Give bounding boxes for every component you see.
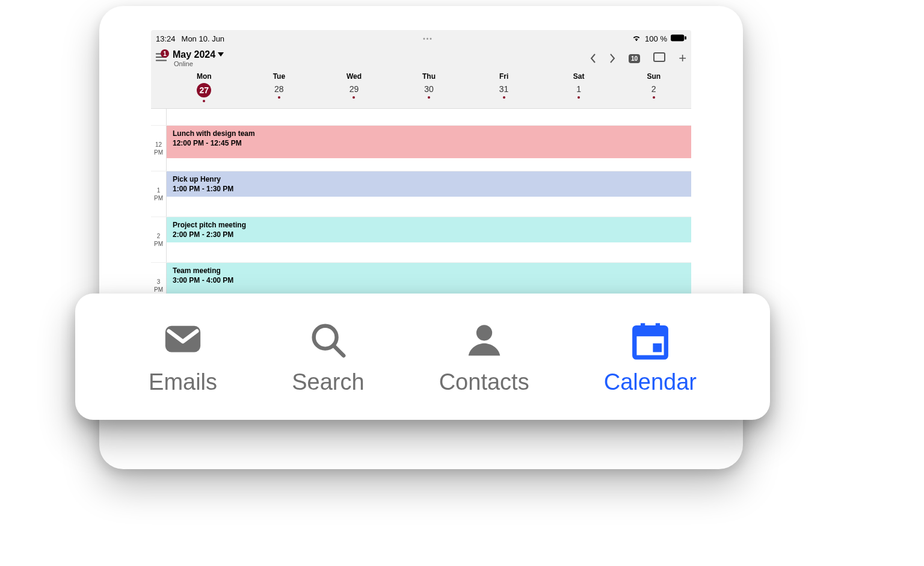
svg-line-5: [334, 346, 344, 355]
tab-label: Search: [292, 369, 364, 395]
tab-emails[interactable]: Emails: [149, 319, 217, 395]
week-day-header: Mon 27 Tue 28 Wed 29 Thu 30 Fri 31 Sat 1: [151, 69, 691, 109]
day-column-mon[interactable]: Mon 27: [167, 69, 242, 108]
hour-label-1pm: 1PM: [151, 171, 167, 217]
calendar-icon: [629, 319, 671, 361]
event-lunch-design-team[interactable]: Lunch with design team 12:00 PM - 12:45 …: [167, 126, 691, 158]
svg-rect-2: [654, 53, 665, 61]
add-event-button[interactable]: +: [679, 52, 686, 65]
svg-rect-0: [671, 34, 684, 41]
day-column-wed[interactable]: Wed 29: [316, 69, 392, 108]
tab-label: Calendar: [604, 369, 697, 395]
svg-point-6: [476, 325, 492, 340]
email-icon: [162, 319, 204, 361]
prev-week-button[interactable]: [590, 54, 596, 63]
battery-icon: [671, 34, 686, 43]
day-column-sat[interactable]: Sat 1: [541, 69, 617, 108]
tab-contacts[interactable]: Contacts: [439, 319, 529, 395]
menu-badge: 1: [161, 49, 169, 58]
tab-search[interactable]: Search: [292, 319, 364, 395]
next-week-button[interactable]: [609, 54, 615, 63]
month-selector[interactable]: May 2024: [173, 49, 224, 60]
svg-rect-1: [685, 36, 686, 40]
battery-percent: 100 %: [645, 34, 667, 43]
tab-calendar[interactable]: Calendar: [604, 319, 697, 395]
wifi-icon: [632, 34, 641, 43]
view-toggle-button[interactable]: [653, 52, 665, 64]
month-label: May 2024: [173, 49, 215, 60]
search-icon: [307, 319, 349, 361]
day-column-tue[interactable]: Tue 28: [242, 69, 317, 108]
status-time: 13:24: [156, 34, 176, 43]
bottom-tab-bar: Emails Search Contacts Calendar: [75, 294, 770, 420]
day-column-fri[interactable]: Fri 31: [466, 69, 541, 108]
svg-rect-3: [165, 325, 200, 352]
svg-rect-9: [641, 323, 645, 330]
day-column-sun[interactable]: Sun 2: [616, 69, 691, 108]
contacts-icon: [463, 319, 505, 361]
hour-label-12pm: 12PM: [151, 126, 167, 171]
hour-label-2pm: 2PM: [151, 217, 167, 262]
tab-label: Contacts: [439, 369, 529, 395]
event-project-pitch[interactable]: Project pitch meeting 2:00 PM - 2:30 PM: [167, 217, 691, 242]
menu-button[interactable]: 1: [153, 49, 169, 65]
status-date: Mon 10. Jun: [182, 34, 225, 43]
day-column-thu[interactable]: Thu 30: [392, 69, 467, 108]
event-pick-up-henry[interactable]: Pick up Henry 1:00 PM - 1:30 PM: [167, 171, 691, 197]
online-status: Online: [174, 60, 224, 67]
multitask-dots-icon[interactable]: •••: [423, 35, 433, 42]
calendar-header: 1 May 2024 Online 10 +: [151, 47, 691, 69]
svg-rect-10: [656, 323, 660, 330]
tab-label: Emails: [149, 369, 217, 395]
calendar-grid[interactable]: 12PM Lunch with design team 12:00 PM - 1…: [151, 109, 691, 309]
today-badge[interactable]: 10: [629, 54, 640, 63]
status-bar: 13:24 Mon 10. Jun ••• 100 %: [151, 30, 691, 47]
chevron-down-icon: [218, 52, 224, 57]
svg-rect-11: [653, 343, 662, 352]
svg-rect-8: [635, 327, 667, 336]
